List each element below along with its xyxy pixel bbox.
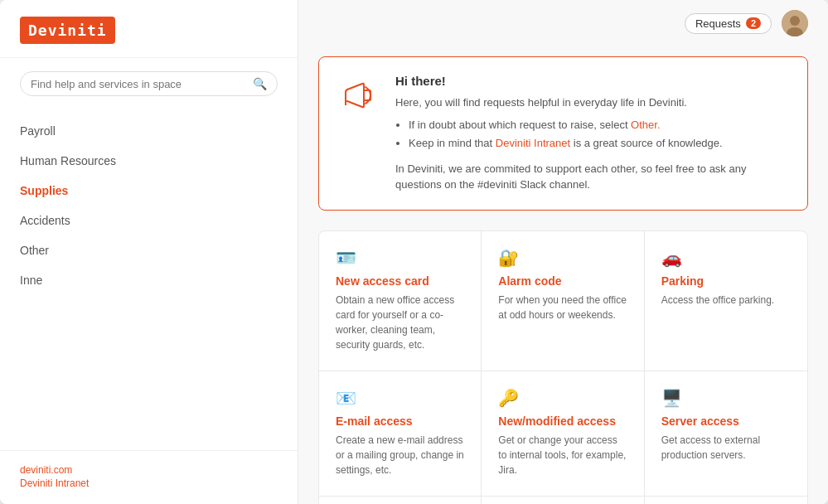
avatar[interactable] xyxy=(782,10,808,36)
service-card-new-modified-access[interactable]: 🔑 New/modified access Get or change your… xyxy=(482,371,644,497)
alarm-code-icon: 🔐 xyxy=(498,248,627,268)
service-title-parking: Parking xyxy=(661,274,791,288)
welcome-content: Hi there! Here, you will find requests h… xyxy=(395,74,787,193)
sidebar-item-other[interactable]: Other xyxy=(0,235,298,265)
service-card-new-hardware[interactable]: 💻 New hardware New computer, keypad, mou… xyxy=(645,497,807,504)
service-card-alarm-code[interactable]: 🔐 Alarm code For when you need the offic… xyxy=(482,231,644,371)
service-card-server-access[interactable]: 🖥️ Server access Get access to external … xyxy=(645,371,807,497)
new-modified-access-icon: 🔑 xyxy=(498,388,627,408)
service-desc-server-access: Get access to external production server… xyxy=(661,433,791,463)
email-access-icon: 📧 xyxy=(336,388,464,408)
access-card-icon: 🪪 xyxy=(336,248,464,268)
header-bar: Requests 2 xyxy=(298,0,828,36)
sidebar-item-inne[interactable]: Inne xyxy=(0,265,298,295)
service-desc-email-access: Create a new e-mail address or a mailing… xyxy=(336,433,464,477)
service-title-new-modified-access: New/modified access xyxy=(498,414,627,428)
welcome-card: Hi there! Here, you will find requests h… xyxy=(318,56,808,211)
sidebar: Deviniti 🔍 Payroll Human Resources Suppl… xyxy=(0,0,298,504)
requests-badge[interactable]: Requests 2 xyxy=(685,13,772,34)
service-title-alarm-code: Alarm code xyxy=(498,274,627,288)
other-link[interactable]: Other. xyxy=(631,119,660,131)
welcome-icon xyxy=(339,74,379,193)
service-card-email-access[interactable]: 📧 E-mail access Create a new e-mail addr… xyxy=(319,371,482,497)
search-icon[interactable]: 🔍 xyxy=(253,77,267,90)
service-card-parking[interactable]: 🚗 Parking Access the office parking. xyxy=(645,231,807,371)
sidebar-item-payroll[interactable]: Payroll xyxy=(0,116,298,146)
service-card-vpn-access[interactable]: 🌐 VPN access Get Internet access to comp… xyxy=(319,497,482,504)
service-title-email-access: E-mail access xyxy=(336,414,464,428)
service-card-configuration[interactable]: ⚙️ Configuration Configuration of server… xyxy=(482,497,644,504)
main-content: Hi there! Here, you will find requests h… xyxy=(298,36,828,504)
search-input[interactable] xyxy=(31,78,253,90)
footer-link-intranet[interactable]: Deviniti Intranet xyxy=(20,477,278,489)
welcome-bullet-2: Keep in mind that Deviniti Intranet is a… xyxy=(409,134,787,153)
service-desc-access-card: Obtain a new office access card for your… xyxy=(336,293,464,352)
service-desc-parking: Access the office parking. xyxy=(661,293,791,308)
sidebar-item-human-resources[interactable]: Human Resources xyxy=(0,146,298,176)
welcome-bullets: If in doubt about which request to raise… xyxy=(395,116,787,153)
parking-icon: 🚗 xyxy=(661,248,791,268)
sidebar-item-accidents[interactable]: Accidents xyxy=(0,206,298,235)
footer-link-deviniti-com[interactable]: deviniti.com xyxy=(20,464,278,476)
service-desc-new-modified-access: Get or change your access to internal to… xyxy=(498,433,627,477)
requests-count: 2 xyxy=(746,17,761,29)
search-box[interactable]: 🔍 xyxy=(20,71,278,96)
sidebar-item-supplies[interactable]: Supplies xyxy=(0,176,298,206)
server-access-icon: 🖥️ xyxy=(661,388,791,408)
nav-items: Payroll Human Resources Supplies Acciden… xyxy=(0,109,298,450)
welcome-intro: Here, you will find requests helpful in … xyxy=(395,94,787,111)
requests-label: Requests xyxy=(695,17,741,30)
service-title-server-access: Server access xyxy=(661,414,791,428)
service-desc-alarm-code: For when you need the office at odd hour… xyxy=(498,293,627,322)
welcome-footer: In Deviniti, we are commited to support … xyxy=(395,161,787,193)
welcome-bullet-1: If in doubt about which request to raise… xyxy=(409,116,787,134)
sidebar-footer: deviniti.com Deviniti Intranet xyxy=(0,450,298,504)
service-title-access-card: New access card xyxy=(336,274,464,288)
main-wrapper: Requests 2 xyxy=(298,0,828,504)
service-card-new-access-card[interactable]: 🪪 New access card Obtain a new office ac… xyxy=(319,231,482,371)
services-grid: 🪪 New access card Obtain a new office ac… xyxy=(318,230,808,504)
intranet-link[interactable]: Deviniti Intranet xyxy=(496,137,570,149)
svg-point-1 xyxy=(790,16,800,26)
welcome-title: Hi there! xyxy=(395,74,787,88)
sidebar-header: Deviniti xyxy=(0,0,298,58)
logo[interactable]: Deviniti xyxy=(20,17,115,44)
logo-text: Deviniti xyxy=(28,22,107,39)
